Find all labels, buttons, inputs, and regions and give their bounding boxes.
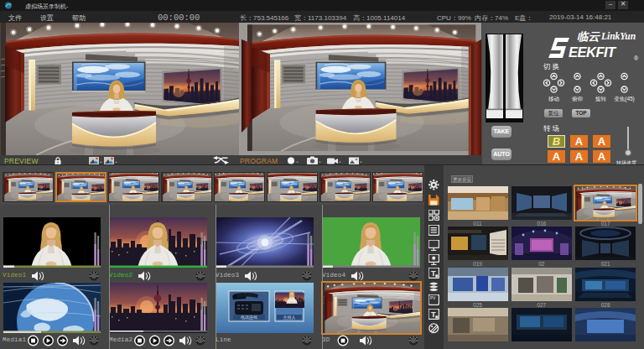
svg-text:主持人: 主持人 — [283, 315, 296, 320]
svg-text:LinkYun: LinkYun — [600, 31, 636, 41]
svg-text:T: T — [431, 310, 436, 319]
svg-text:变焦(45): 变焦(45) — [614, 96, 635, 102]
svg-text:EEKFIT: EEKFIT — [569, 44, 617, 60]
svg-text:俯仰: 俯仰 — [572, 96, 583, 102]
svg-text:临云: 临云 — [577, 30, 601, 43]
svg-text:®: ® — [634, 55, 639, 61]
svg-text:T: T — [431, 269, 436, 278]
svg-text:电话连线: 电话连线 — [241, 315, 257, 320]
svg-text:旋转: 旋转 — [595, 96, 607, 102]
svg-text:PV: PV — [430, 296, 436, 300]
svg-text:移动: 移动 — [548, 96, 559, 102]
